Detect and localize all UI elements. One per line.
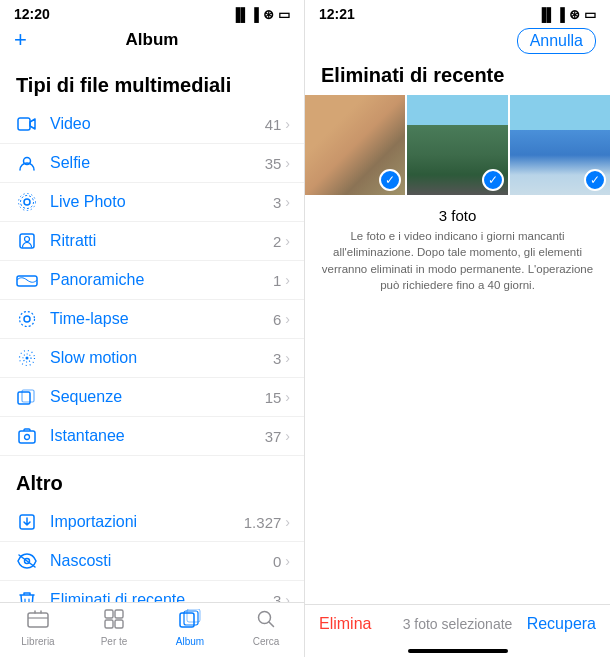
ritratti-label: Ritratti — [50, 232, 273, 250]
delete-button[interactable]: Elimina — [319, 615, 398, 633]
svg-point-9 — [24, 316, 30, 322]
right-wifi-icon: ⊛ — [569, 7, 580, 22]
svg-rect-0 — [18, 118, 30, 130]
left-header: + Album — [0, 26, 304, 58]
left-panel: 12:20 ▐▌▐ ⊛ ▭ + Album Tipi di file multi… — [0, 0, 305, 657]
libreria-tab-label: Libreria — [21, 636, 54, 647]
tab-libreria[interactable]: Libreria — [0, 609, 76, 647]
photo-check-castle[interactable]: ✓ — [482, 169, 504, 191]
sequenze-chevron: › — [285, 389, 290, 405]
cerca-tab-label: Cerca — [253, 636, 280, 647]
slowmotion-chevron: › — [285, 350, 290, 366]
left-title: Album — [126, 30, 179, 50]
eliminati-label: Eliminati di recente — [50, 591, 273, 602]
timelapse-label: Time-lapse — [50, 310, 273, 328]
menu-item-slowmotion[interactable]: Slow motion 3 › — [0, 339, 304, 378]
add-button[interactable]: + — [14, 27, 27, 53]
istantanee-label: Istantanee — [50, 427, 265, 445]
menu-item-video[interactable]: Video 41 › — [0, 105, 304, 144]
photo-cell-castle[interactable]: ✓ — [407, 95, 507, 195]
cerca-icon — [256, 609, 276, 634]
nascosti-label: Nascosti — [50, 552, 273, 570]
photo-count-label: 3 foto — [317, 207, 598, 224]
istantanee-icon — [14, 427, 40, 445]
menu-item-panoramiche[interactable]: Panoramiche 1 › — [0, 261, 304, 300]
right-status-icons: ▐▌▐ ⊛ ▭ — [537, 7, 596, 22]
selfie-count: 35 — [265, 155, 282, 172]
menu-item-nascosti[interactable]: Nascosti 0 › — [0, 542, 304, 581]
eliminati-count: 3 — [273, 592, 281, 603]
svg-rect-26 — [115, 620, 123, 628]
battery-icon: ▭ — [278, 7, 290, 22]
importazioni-count: 1.327 — [244, 514, 282, 531]
svg-point-12 — [26, 357, 29, 360]
tab-perte[interactable]: Per te — [76, 609, 152, 647]
livephoto-chevron: › — [285, 194, 290, 210]
tab-cerca[interactable]: Cerca — [228, 609, 304, 647]
livephoto-count: 3 — [273, 194, 281, 211]
menu-item-sequenze[interactable]: Sequenze 15 › — [0, 378, 304, 417]
left-scroll: Tipi di file multimediali Video 41 › Sel… — [0, 58, 304, 602]
svg-point-16 — [25, 435, 30, 440]
svg-rect-7 — [17, 276, 37, 286]
photo-cell-sea[interactable]: ✓ — [510, 95, 610, 195]
photo-check-sea[interactable]: ✓ — [584, 169, 606, 191]
svg-rect-25 — [105, 620, 113, 628]
importazioni-label: Importazioni — [50, 513, 244, 531]
right-signal-icon: ▐▌▐ — [537, 7, 565, 22]
status-bar-right: 12:21 ▐▌▐ ⊛ ▭ — [305, 0, 610, 26]
home-indicator — [408, 649, 508, 653]
menu-item-importazioni[interactable]: Importazioni 1.327 › — [0, 503, 304, 542]
video-chevron: › — [285, 116, 290, 132]
menu-item-ritratti[interactable]: Ritratti 2 › — [0, 222, 304, 261]
ritratti-count: 2 — [273, 233, 281, 250]
status-bar-left: 12:20 ▐▌▐ ⊛ ▭ — [0, 0, 304, 26]
svg-rect-24 — [115, 610, 123, 618]
libreria-icon — [27, 609, 49, 634]
svg-rect-15 — [19, 431, 35, 443]
album-tab-label: Album — [176, 636, 204, 647]
svg-point-3 — [21, 196, 34, 209]
ritratti-chevron: › — [285, 233, 290, 249]
media-types-header: Tipi di file multimediali — [0, 58, 304, 105]
right-bottom-bar: Elimina 3 foto selezionate Recupera — [305, 604, 610, 649]
info-text: Le foto e i video indicano i giorni manc… — [317, 228, 598, 292]
svg-point-2 — [24, 199, 30, 205]
menu-item-istantanee[interactable]: Istantanee 37 › — [0, 417, 304, 456]
svg-point-6 — [25, 237, 30, 242]
menu-item-livephoto[interactable]: Live Photo 3 › — [0, 183, 304, 222]
video-label: Video — [50, 115, 265, 133]
right-battery-icon: ▭ — [584, 7, 596, 22]
nascosti-icon — [14, 553, 40, 569]
right-title: Eliminati di recente — [305, 60, 610, 95]
altro-header: Altro — [0, 456, 304, 503]
svg-point-8 — [20, 312, 35, 327]
svg-rect-23 — [105, 610, 113, 618]
menu-item-eliminati[interactable]: Eliminati di recente 3 › — [0, 581, 304, 602]
photo-check-cat[interactable]: ✓ — [379, 169, 401, 191]
wifi-icon: ⊛ — [263, 7, 274, 22]
sequenze-count: 15 — [265, 389, 282, 406]
panoramiche-icon — [14, 273, 40, 287]
left-time: 12:20 — [14, 6, 50, 22]
ritratti-icon — [14, 232, 40, 250]
svg-point-4 — [19, 194, 36, 211]
right-header: Annulla — [305, 26, 610, 60]
photo-cell-cat[interactable]: ✓ — [305, 95, 405, 195]
cancel-button[interactable]: Annulla — [517, 28, 596, 54]
livephoto-label: Live Photo — [50, 193, 273, 211]
menu-item-timelapse[interactable]: Time-lapse 6 › — [0, 300, 304, 339]
menu-item-selfie[interactable]: Selfie 35 › — [0, 144, 304, 183]
istantanee-count: 37 — [265, 428, 282, 445]
eliminati-chevron: › — [285, 592, 290, 602]
tab-album[interactable]: Album — [152, 609, 228, 647]
istantanee-chevron: › — [285, 428, 290, 444]
nascosti-count: 0 — [273, 553, 281, 570]
slowmotion-icon — [14, 349, 40, 367]
left-status-icons: ▐▌▐ ⊛ ▭ — [231, 7, 290, 22]
importazioni-chevron: › — [285, 514, 290, 530]
signal-icon: ▐▌▐ — [231, 7, 259, 22]
recover-button[interactable]: Recupera — [517, 615, 596, 633]
slowmotion-label: Slow motion — [50, 349, 273, 367]
importazioni-icon — [14, 513, 40, 531]
